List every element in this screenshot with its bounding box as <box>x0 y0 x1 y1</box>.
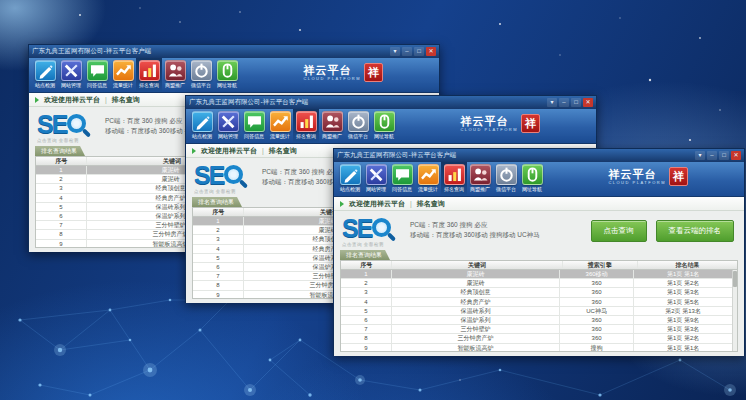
table-scrollbar[interactable] <box>732 270 737 351</box>
toolbar-item-label: 问答信息 <box>392 186 412 192</box>
skin-button[interactable]: ▾ <box>547 98 557 107</box>
brand-text: 祥云平台 CLOUD PLATFORM <box>460 115 518 132</box>
tab-rank-results[interactable]: 排名查询结果 <box>192 197 242 207</box>
rank-results-table: 序号 关键词 搜索引擎 排名结果 1康泥砖360移动第1页 第1名2康泥砖360… <box>340 260 738 352</box>
tab-rank-results[interactable]: 排名查询结果 <box>340 250 390 260</box>
rank-query-icon <box>139 60 160 81</box>
toolbar-item-site-manage[interactable]: 网站管理 <box>363 162 389 196</box>
table-row[interactable]: 1康泥砖360移动第1页 第1名 <box>341 270 732 279</box>
close-button[interactable]: ✕ <box>731 151 741 160</box>
toolbar-item-qa-info[interactable]: 问答信息 <box>241 109 267 143</box>
toolbar-item-traffic-stats[interactable]: 流量统计 <box>415 162 441 196</box>
maximize-button[interactable]: □ <box>414 47 424 56</box>
alliance-promo-icon <box>165 60 186 81</box>
cell-eng: 搜狗 <box>560 344 634 352</box>
cell-no: 4 <box>193 245 244 253</box>
minimize-button[interactable]: – <box>707 151 717 160</box>
toolbar-item-site-manage[interactable]: 网站管理 <box>215 109 241 143</box>
window-titlebar[interactable]: 广东九典王监网有限公司-祥云平台客户端 ▾ – □ ✕ <box>29 45 439 58</box>
view-cloud-rank-button[interactable]: 查看云端的排名 <box>656 220 735 242</box>
skin-button[interactable]: ▾ <box>390 47 400 56</box>
site-manage-icon <box>218 111 239 132</box>
brand-text: 祥云平台 CLOUD PLATFORM <box>303 64 361 81</box>
toolbar-items: 站点检测网站管理问答信息流量统计排名查询商盟推广微信平台网址导航 <box>186 109 397 143</box>
toolbar-item-wechat-platform[interactable]: 微信平台 <box>493 162 519 196</box>
toolbar-item-wechat-platform[interactable]: 微信平台 <box>345 109 371 143</box>
toolbar: 站点检测网站管理问答信息流量统计排名查询商盟推广微信平台网址导航 祥云平台 CL… <box>186 109 596 144</box>
table-row[interactable]: 8三分钟房产炉360第1页 第2名 <box>341 334 732 343</box>
cell-no: 5 <box>341 307 392 315</box>
toolbar-item-site-nav[interactable]: 网址导航 <box>519 162 545 196</box>
engine-list: PC端：百度 360 搜狗 必应 移动端：百度移动 360移动 搜狗移动 UC神… <box>410 220 540 240</box>
table-row[interactable]: 2康泥砖360第1页 第2名 <box>341 279 732 288</box>
toolbar-item-site-nav[interactable]: 网址导航 <box>214 58 240 92</box>
cell-no: 6 <box>36 212 87 220</box>
table-row[interactable]: 3经典顶创意360第1页 第3名 <box>341 288 732 297</box>
cell-no: 3 <box>36 184 87 192</box>
table-row[interactable]: 9智能板流高炉搜狗第1页 第1名 <box>341 344 732 352</box>
table-row[interactable]: 4经典房产炉360第1页 第5名 <box>341 298 732 307</box>
cell-res: 第2页 第13名 <box>634 307 732 315</box>
window-titlebar[interactable]: 广东九典王监网有限公司-祥云平台客户端 ▾ – □ ✕ <box>186 96 596 109</box>
tab-rank-results[interactable]: 排名查询结果 <box>35 146 85 156</box>
toolbar-item-site-nav[interactable]: 网址导航 <box>371 109 397 143</box>
toolbar-item-label: 网址导航 <box>217 82 237 88</box>
toolbar-item-site-check[interactable]: 站点检测 <box>32 58 58 92</box>
cell-no: 9 <box>193 291 244 299</box>
cell-eng: UC神马 <box>560 307 634 315</box>
leaf-icon <box>192 148 196 154</box>
toolbar-item-alliance-promo[interactable]: 商盟推广 <box>162 58 188 92</box>
toolbar-item-rank-query[interactable]: 排名查询 <box>136 58 162 92</box>
close-button[interactable]: ✕ <box>426 47 436 56</box>
toolbar-item-qa-info[interactable]: 问答信息 <box>389 162 415 196</box>
toolbar-item-site-manage[interactable]: 网站管理 <box>58 58 84 92</box>
window-titlebar[interactable]: 广东九典王监网有限公司-祥云平台客户端 ▾ – □ ✕ <box>334 149 744 162</box>
window-controls: ▾ – □ ✕ <box>547 98 593 107</box>
toolbar-item-label: 流量统计 <box>418 186 438 192</box>
header-index: 序号 <box>341 261 392 269</box>
brand-seal-icon: 祥 <box>669 167 688 186</box>
skin-button[interactable]: ▾ <box>695 151 705 160</box>
query-button[interactable]: 点击查询 <box>591 220 647 242</box>
window-title: 广东九典王监网有限公司-祥云平台客户端 <box>189 98 547 107</box>
toolbar-item-site-check[interactable]: 站点检测 <box>337 162 363 196</box>
seo-logo: SE 点击查询 全面检测 <box>37 111 101 143</box>
toolbar-item-label: 商盟推广 <box>322 133 342 139</box>
minimize-button[interactable]: – <box>402 47 412 56</box>
close-button[interactable]: ✕ <box>583 98 593 107</box>
toolbar-item-site-check[interactable]: 站点检测 <box>189 109 215 143</box>
cell-eng: 360 <box>560 288 634 296</box>
cell-kw: 经典房产炉 <box>392 298 560 306</box>
toolbar-item-alliance-promo[interactable]: 商盟推广 <box>319 109 345 143</box>
qa-info-icon <box>87 60 108 81</box>
breadcrumb-welcome: 欢迎使用祥云平台 <box>44 95 100 105</box>
breadcrumb-welcome: 欢迎使用祥云平台 <box>201 146 257 156</box>
toolbar-item-traffic-stats[interactable]: 流量统计 <box>267 109 293 143</box>
cell-res: 第1页 第1名 <box>634 344 732 352</box>
cell-no: 9 <box>36 240 87 248</box>
maximize-button[interactable]: □ <box>719 151 729 160</box>
toolbar-item-alliance-promo[interactable]: 商盟推广 <box>467 162 493 196</box>
cell-no: 3 <box>341 288 392 296</box>
cell-no: 5 <box>193 254 244 262</box>
table-row[interactable]: 7三分钟壁炉360第1页 第3名 <box>341 325 732 334</box>
brand-seal-icon: 祥 <box>521 114 540 133</box>
toolbar-item-qa-info[interactable]: 问答信息 <box>84 58 110 92</box>
maximize-button[interactable]: □ <box>571 98 581 107</box>
minimize-button[interactable]: – <box>559 98 569 107</box>
toolbar-item-rank-query[interactable]: 排名查询 <box>293 109 319 143</box>
seo-logo: SE 点击查询 全面检测 <box>194 162 258 194</box>
scrollbar-thumb[interactable] <box>733 271 737 287</box>
magnifier-icon <box>67 114 88 135</box>
cell-no: 2 <box>193 226 244 234</box>
seo-tagline: 点击查询 全面检测 <box>37 138 101 143</box>
table-row[interactable]: 6保温炉系列360第1页 第9名 <box>341 316 732 325</box>
toolbar-item-label: 商盟推广 <box>470 186 490 192</box>
site-nav-icon <box>217 60 238 81</box>
toolbar-item-rank-query[interactable]: 排名查询 <box>441 162 467 196</box>
table-row[interactable]: 5保温砖系列UC神马第2页 第13名 <box>341 307 732 316</box>
cell-eng: 360 <box>560 325 634 333</box>
cell-no: 7 <box>193 272 244 280</box>
toolbar-item-traffic-stats[interactable]: 流量统计 <box>110 58 136 92</box>
toolbar-item-wechat-platform[interactable]: 微信平台 <box>188 58 214 92</box>
